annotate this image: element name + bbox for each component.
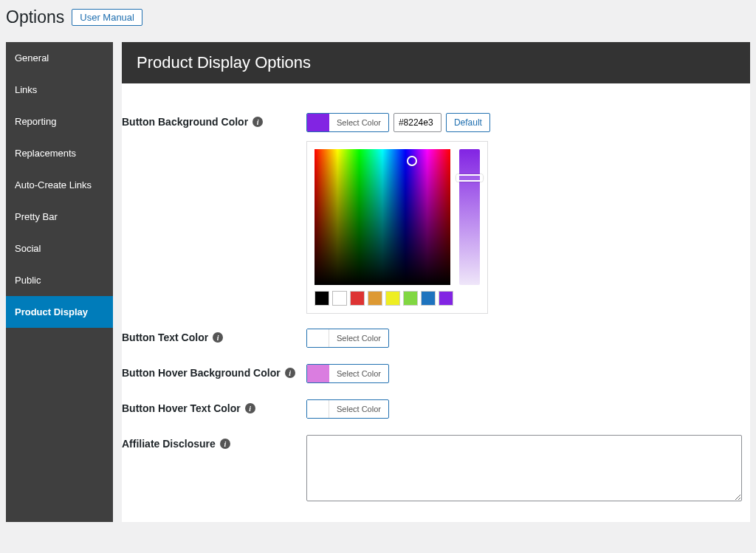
panel-title: Product Display Options <box>137 53 735 72</box>
select-color-button[interactable]: Select Color <box>306 399 389 419</box>
palette-row <box>315 291 480 306</box>
color-swatch <box>307 329 329 347</box>
sidebar-item-replacements[interactable]: Replacements <box>6 137 113 169</box>
sidebar-item-auto-create-links[interactable]: Auto-Create Links <box>6 169 113 201</box>
palette-swatch[interactable] <box>403 291 418 306</box>
color-swatch <box>307 114 329 131</box>
field-label: Button Background Color <box>122 116 248 128</box>
page-header: Options User Manual <box>0 0 756 42</box>
palette-swatch[interactable] <box>315 291 329 306</box>
field-button-text-color: Button Text Color i Select Color <box>122 314 750 349</box>
select-color-label: Select Color <box>329 114 388 131</box>
select-color-label: Select Color <box>329 329 388 347</box>
info-icon[interactable]: i <box>285 368 295 378</box>
select-color-button[interactable]: Select Color <box>306 364 389 383</box>
default-button[interactable]: Default <box>446 113 490 132</box>
select-color-label: Select Color <box>329 365 388 382</box>
info-icon[interactable]: i <box>245 403 255 413</box>
palette-swatch[interactable] <box>350 291 365 306</box>
select-color-button[interactable]: Select Color <box>306 113 389 132</box>
saturation-value-area[interactable] <box>315 149 450 285</box>
hue-slider[interactable] <box>459 149 480 285</box>
page-title: Options <box>6 7 64 27</box>
select-color-button[interactable]: Select Color <box>306 329 389 348</box>
field-label: Button Hover Text Color <box>122 402 241 414</box>
sidebar-item-reporting[interactable]: Reporting <box>6 106 113 137</box>
field-label: Affiliate Disclosure <box>122 438 216 450</box>
field-button-hover-text-color: Button Hover Text Color i Select Color <box>122 385 750 420</box>
palette-swatch[interactable] <box>385 291 400 306</box>
palette-swatch[interactable] <box>439 291 453 306</box>
info-icon[interactable]: i <box>220 439 230 449</box>
field-affiliate-disclosure: Affiliate Disclosure i <box>122 420 750 504</box>
sidebar-item-public[interactable]: Public <box>6 264 113 296</box>
hue-handle[interactable] <box>456 174 483 182</box>
palette-swatch[interactable] <box>368 291 382 306</box>
hex-input[interactable] <box>394 113 441 132</box>
panel-header: Product Display Options <box>122 42 750 83</box>
user-manual-button[interactable]: User Manual <box>72 9 142 26</box>
affiliate-disclosure-textarea[interactable] <box>306 435 742 501</box>
field-button-hover-bg-color: Button Hover Background Color i Select C… <box>122 349 750 385</box>
sidebar-item-links[interactable]: Links <box>6 74 113 106</box>
color-picker <box>306 141 488 314</box>
palette-swatch[interactable] <box>421 291 436 306</box>
sidebar-item-product-display[interactable]: Product Display <box>6 296 113 328</box>
main-panel: Product Display Options Button Backgroun… <box>122 42 750 522</box>
info-icon[interactable]: i <box>213 332 223 343</box>
info-icon[interactable]: i <box>252 117 263 127</box>
sidebar-item-social[interactable]: Social <box>6 233 113 264</box>
sidebar-item-general[interactable]: General <box>6 42 113 74</box>
settings-sidebar: GeneralLinksReportingReplacementsAuto-Cr… <box>6 42 113 522</box>
color-swatch <box>307 365 329 382</box>
field-label: Button Text Color <box>122 332 208 343</box>
palette-swatch[interactable] <box>332 291 347 306</box>
field-label: Button Hover Background Color <box>122 367 281 379</box>
field-button-bg-color: Button Background Color i Select Color D… <box>122 98 750 314</box>
sidebar-item-pretty-bar[interactable]: Pretty Bar <box>6 201 113 233</box>
color-swatch <box>307 400 329 418</box>
select-color-label: Select Color <box>329 400 388 418</box>
sv-handle[interactable] <box>407 156 417 166</box>
